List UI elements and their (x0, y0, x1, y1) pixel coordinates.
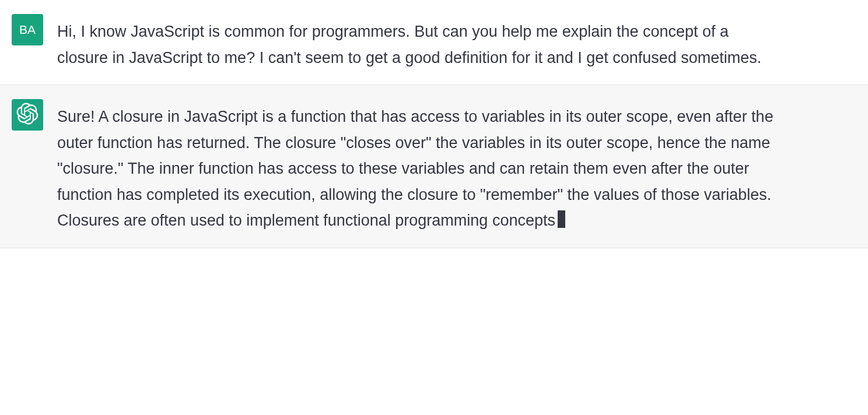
user-message-content: Hi, I know JavaScript is common for prog… (57, 14, 856, 71)
typing-cursor (558, 210, 565, 228)
user-message-row: BA Hi, I know JavaScript is common for p… (0, 0, 868, 85)
assistant-message-text: Sure! A closure in JavaScript is a funct… (57, 108, 774, 229)
assistant-avatar (12, 99, 43, 131)
openai-logo-icon (16, 103, 38, 128)
user-avatar-initials: BA (19, 23, 36, 37)
user-avatar: BA (12, 14, 43, 45)
assistant-message-content: Sure! A closure in JavaScript is a funct… (57, 99, 856, 234)
assistant-message-row: Sure! A closure in JavaScript is a funct… (0, 85, 868, 248)
